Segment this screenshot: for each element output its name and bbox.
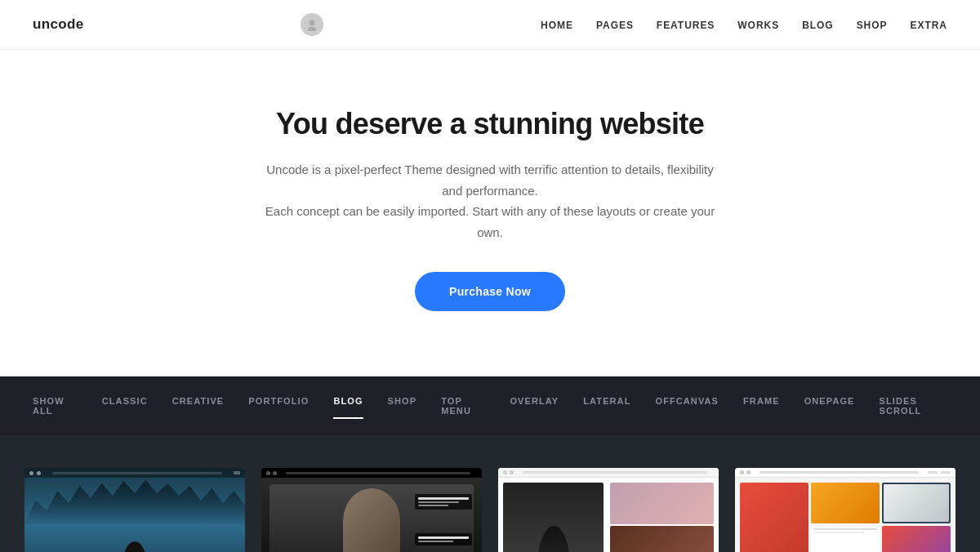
hero-heading: You deserve a stunning website xyxy=(33,107,947,141)
thumbnail-blog-magazine[interactable]: The wild story of Jack Kannberg is amazi… xyxy=(498,468,719,552)
filter-slides-scroll[interactable]: SLIDES SCROLL xyxy=(880,393,947,419)
gallery-section: Travel alone is an amazing journey READ … xyxy=(0,435,980,552)
filter-portfolio[interactable]: PORTFOLIO xyxy=(248,393,309,419)
filter-blog[interactable]: BLOG xyxy=(333,393,363,419)
svg-point-1 xyxy=(308,27,317,31)
nav-shop[interactable]: SHOP xyxy=(857,20,888,31)
filter-shop[interactable]: SHOP xyxy=(388,393,417,419)
nav-menu: HOME PAGES FEATURES WORKS BLOG SHOP EXTR… xyxy=(541,17,947,32)
svg-point-0 xyxy=(310,20,315,26)
nav-works[interactable]: WORKS xyxy=(737,20,779,31)
gallery-item-blog-masonry[interactable]: Blog Masonry xyxy=(735,468,956,552)
gallery-item-blog-impact[interactable]: Travel alone is an amazing journey READ … xyxy=(24,468,245,552)
thumbnail-blog-impact[interactable]: Travel alone is an amazing journey READ … xyxy=(24,468,245,552)
hero-description: Uncode is a pixel-perfect Theme designed… xyxy=(261,159,719,243)
nav-avatar xyxy=(301,13,323,36)
nav-features[interactable]: FEATURES xyxy=(657,20,715,31)
nav-home[interactable]: HOME xyxy=(541,20,573,31)
thumbnail-blog-masonry[interactable] xyxy=(735,468,956,552)
impact-overlay-text: Travel alone is an amazing journey xyxy=(41,550,122,552)
filter-offcanvas[interactable]: OFFCANVAS xyxy=(655,393,719,419)
gallery-item-blog-editorial[interactable]: 30 stars under 30 whose careers are blow… xyxy=(261,468,482,552)
filter-onepage[interactable]: ONEPAGE xyxy=(804,393,855,419)
gallery-grid: Travel alone is an amazing journey READ … xyxy=(24,468,956,552)
purchase-button[interactable]: Purchase Now xyxy=(415,272,565,311)
hero-section: You deserve a stunning website Uncode is… xyxy=(0,50,980,376)
filter-show-all[interactable]: SHOW ALL xyxy=(33,393,78,419)
filter-creative[interactable]: CREATIVE xyxy=(172,393,225,419)
nav-extra[interactable]: EXTRA xyxy=(911,20,947,31)
nav-blog[interactable]: BLOG xyxy=(802,20,834,31)
filter-top-menu[interactable]: TOP MENU xyxy=(441,393,485,419)
filter-classic[interactable]: CLASSIC xyxy=(102,393,148,419)
filter-bar: SHOW ALL CLASSIC CREATIVE PORTFOLIO BLOG… xyxy=(0,376,980,435)
filter-frame[interactable]: FRAME xyxy=(743,393,780,419)
thumbnail-blog-editorial[interactable]: 30 stars under 30 whose careers are blow… xyxy=(261,468,482,552)
navbar: uncode HOME PAGES FEATURES WORKS BLOG SH… xyxy=(0,0,980,50)
filter-overlay[interactable]: OVERLAY xyxy=(510,393,559,419)
site-logo: uncode xyxy=(33,16,84,33)
gallery-item-blog-magazine[interactable]: The wild story of Jack Kannberg is amazi… xyxy=(498,468,719,552)
nav-pages[interactable]: PAGES xyxy=(596,20,634,31)
filter-lateral[interactable]: LATERAL xyxy=(583,393,630,419)
